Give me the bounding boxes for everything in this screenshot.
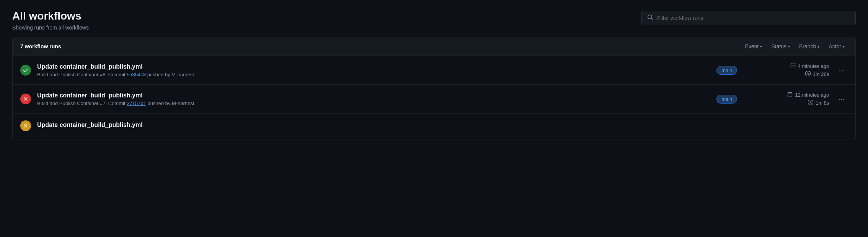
table-row: Update container_build_publish.yml Build… [13,56,855,85]
subtitle-suffix: pushed by M-earnest [146,72,194,77]
more-options-button-row2[interactable]: ··· [835,93,848,105]
calendar-icon [790,63,796,69]
table-header-filters: Event ▾ Status ▾ Branch ▾ Actor ▾ [742,42,848,51]
meta-time: 4 minutes ago [790,63,829,69]
workflow-subtitle: Build and Publish Container #7: Commit 2… [37,100,693,106]
clock-icon [808,100,813,106]
time-value: 4 minutes ago [798,63,829,69]
duration-value: 1m 26s [813,71,829,77]
search-container [641,11,856,25]
branch-chevron-icon: ▾ [817,44,819,49]
event-chevron-icon: ▾ [760,44,762,49]
page-title: All workflows [12,9,89,23]
commit-link[interactable]: 5a354c3 [127,72,146,77]
status-filter-label: Status [771,43,786,49]
header-left: All workflows Showing runs from all work… [12,9,89,31]
calendar-icon [787,92,793,98]
branch-filter-label: Branch [799,43,816,49]
branch-badge[interactable]: main [716,95,737,104]
status-icon-success [20,65,31,76]
workflow-subtitle: Build and Publish Container #8: Commit 5… [37,72,693,77]
status-filter-button[interactable]: Status ▾ [768,42,793,51]
branch-badge[interactable]: main [716,66,737,75]
search-icon [647,14,653,22]
workflow-title: Update container_build_publish.yml [37,63,693,70]
subtitle-suffix: pushed by M-earnest [146,100,194,106]
subtitle-prefix: Build and Publish Container #7: Commit [37,100,127,106]
actor-filter-label: Actor [829,43,841,49]
duration-value: 1m 8s [816,100,829,106]
workflow-title: Update container_build_publish.yml [37,122,848,128]
event-filter-label: Event [745,43,759,49]
status-icon-partial [20,120,31,131]
header-section: All workflows Showing runs from all work… [0,0,868,37]
workflow-meta: 4 minutes ago 1m 26s [760,63,829,77]
commit-link[interactable]: 27157b1 [127,100,146,106]
page-subtitle: Showing runs from all workflows [12,25,89,31]
table-row: Update container_build_publish.yml [13,114,855,140]
clock-icon [805,71,811,77]
run-count-label: 7 workflow runs [20,43,61,49]
table-container: 7 workflow runs Event ▾ Status ▾ Branch … [12,37,856,140]
event-filter-button[interactable]: Event ▾ [742,42,765,51]
status-chevron-icon: ▾ [788,44,790,49]
workflow-info: Update container_build_publish.yml [37,122,848,130]
meta-duration: 1m 26s [805,71,829,77]
workflow-info: Update container_build_publish.yml Build… [37,92,693,106]
table-header: 7 workflow runs Event ▾ Status ▾ Branch … [13,37,855,56]
more-options-button-row1[interactable]: ··· [835,64,848,76]
actor-filter-button[interactable]: Actor ▾ [826,42,848,51]
meta-time: 12 minutes ago [787,92,829,98]
workflow-title: Update container_build_publish.yml [37,92,693,99]
workflow-meta: 12 minutes ago 1m 8s [760,92,829,106]
status-icon-failure [20,94,31,104]
meta-duration: 1m 8s [808,100,829,106]
actor-chevron-icon: ▾ [843,44,845,49]
table-row: Update container_build_publish.yml Build… [13,85,855,114]
subtitle-prefix: Build and Publish Container #8: Commit [37,72,127,77]
search-input[interactable] [657,15,850,21]
time-value: 12 minutes ago [795,92,829,98]
branch-filter-button[interactable]: Branch ▾ [796,42,822,51]
workflow-info: Update container_build_publish.yml Build… [37,63,693,77]
